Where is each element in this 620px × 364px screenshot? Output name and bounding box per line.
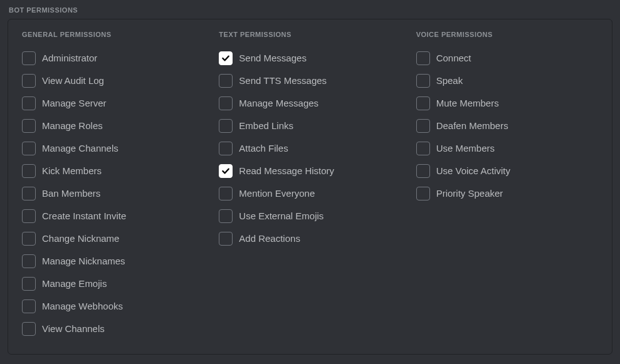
checkbox-create-instant-invite[interactable]: [22, 209, 36, 223]
permission-label-send-messages: Send Messages: [239, 53, 307, 64]
checkbox-kick-members[interactable]: [22, 164, 36, 178]
permission-row-change-nickname[interactable]: Change Nickname: [22, 227, 204, 250]
checkbox-view-channels[interactable]: [22, 322, 36, 336]
permission-row-use-members[interactable]: Use Members: [416, 137, 598, 160]
checkbox-manage-channels[interactable]: [22, 142, 36, 155]
permission-row-manage-emojis[interactable]: Manage Emojis: [22, 273, 204, 295]
permission-row-administrator[interactable]: Administrator: [22, 47, 204, 70]
permission-label-mention-everyone: Mention Everyone: [239, 188, 315, 199]
permission-label-manage-channels: Manage Channels: [42, 143, 118, 154]
checkbox-use-voice-activity[interactable]: [416, 164, 430, 178]
permission-row-manage-webhooks[interactable]: Manage Webhooks: [22, 295, 204, 318]
checkbox-change-nickname[interactable]: [22, 232, 36, 246]
permission-label-deafen-members: Deafen Members: [436, 120, 508, 132]
permission-row-manage-messages[interactable]: Manage Messages: [219, 92, 401, 115]
permission-row-view-audit-log[interactable]: View Audit Log: [22, 70, 204, 92]
checkbox-connect[interactable]: [416, 51, 430, 65]
checkbox-speak[interactable]: [416, 74, 430, 88]
permission-label-view-channels: View Channels: [42, 323, 105, 335]
permission-row-create-instant-invite[interactable]: Create Instant Invite: [22, 205, 204, 227]
checkbox-manage-server[interactable]: [22, 96, 36, 110]
permission-label-mute-members: Mute Members: [436, 98, 499, 109]
checkbox-use-members[interactable]: [416, 142, 430, 155]
permission-row-use-voice-activity[interactable]: Use Voice Activity: [416, 160, 598, 182]
column-header-voice: VOICE PERMISSIONS: [416, 31, 598, 38]
checkbox-add-reactions[interactable]: [219, 232, 233, 246]
permission-label-use-voice-activity: Use Voice Activity: [436, 165, 510, 177]
permission-row-speak[interactable]: Speak: [416, 70, 598, 92]
checkbox-use-external-emojis[interactable]: [219, 209, 233, 223]
permission-label-kick-members: Kick Members: [42, 165, 102, 177]
section-title: BOT PERMISSIONS: [0, 0, 620, 19]
permission-label-administrator: Administrator: [42, 53, 97, 64]
checkbox-ban-members[interactable]: [22, 187, 36, 200]
permission-label-read-message-history: Read Message History: [239, 165, 334, 177]
permission-row-manage-nicknames[interactable]: Manage Nicknames: [22, 250, 204, 273]
column-general: GENERAL PERMISSIONS AdministratorView Au…: [22, 31, 204, 340]
permission-row-deafen-members[interactable]: Deafen Members: [416, 115, 598, 137]
checkbox-mention-everyone[interactable]: [219, 187, 233, 200]
checkbox-attach-files[interactable]: [219, 142, 233, 155]
permission-row-manage-channels[interactable]: Manage Channels: [22, 137, 204, 160]
permission-label-create-instant-invite: Create Instant Invite: [42, 211, 126, 222]
permission-label-manage-webhooks: Manage Webhooks: [42, 301, 123, 312]
permission-label-connect: Connect: [436, 53, 471, 64]
checkbox-administrator[interactable]: [22, 51, 36, 65]
checkbox-view-audit-log[interactable]: [22, 74, 36, 88]
checkbox-manage-roles[interactable]: [22, 119, 36, 133]
checkbox-manage-emojis[interactable]: [22, 277, 36, 291]
permission-label-ban-members: Ban Members: [42, 188, 100, 199]
checkbox-mute-members[interactable]: [416, 96, 430, 110]
permission-label-use-members: Use Members: [436, 143, 495, 154]
checkbox-manage-webhooks[interactable]: [22, 299, 36, 313]
column-text: TEXT PERMISSIONS Send MessagesSend TTS M…: [219, 31, 401, 340]
permission-label-change-nickname: Change Nickname: [42, 233, 119, 244]
checkbox-deafen-members[interactable]: [416, 119, 430, 133]
permission-label-add-reactions: Add Reactions: [239, 233, 300, 244]
column-header-text: TEXT PERMISSIONS: [219, 31, 401, 38]
permission-row-mute-members[interactable]: Mute Members: [416, 92, 598, 115]
permission-row-send-messages[interactable]: Send Messages: [219, 47, 401, 70]
permission-row-attach-files[interactable]: Attach Files: [219, 137, 401, 160]
column-voice: VOICE PERMISSIONS ConnectSpeakMute Membe…: [416, 31, 598, 340]
permissions-panel: GENERAL PERMISSIONS AdministratorView Au…: [8, 19, 612, 355]
permission-row-read-message-history[interactable]: Read Message History: [219, 160, 401, 182]
permission-row-add-reactions[interactable]: Add Reactions: [219, 227, 401, 250]
permission-row-view-channels[interactable]: View Channels: [22, 318, 204, 340]
permission-label-send-tts-messages: Send TTS Messages: [239, 75, 327, 86]
permission-label-manage-nicknames: Manage Nicknames: [42, 256, 125, 267]
permission-row-ban-members[interactable]: Ban Members: [22, 182, 204, 205]
permission-label-attach-files: Attach Files: [239, 143, 288, 154]
permission-label-embed-links: Embed Links: [239, 120, 293, 132]
permission-row-mention-everyone[interactable]: Mention Everyone: [219, 182, 401, 205]
permission-row-manage-server[interactable]: Manage Server: [22, 92, 204, 115]
permission-label-priority-speaker: Priority Speaker: [436, 188, 503, 199]
checkbox-embed-links[interactable]: [219, 119, 233, 133]
permission-row-connect[interactable]: Connect: [416, 47, 598, 70]
checkbox-send-messages[interactable]: [219, 51, 233, 65]
checkbox-manage-messages[interactable]: [219, 96, 233, 110]
checkbox-priority-speaker[interactable]: [416, 187, 430, 200]
permissions-columns: GENERAL PERMISSIONS AdministratorView Au…: [22, 31, 598, 340]
checkbox-send-tts-messages[interactable]: [219, 74, 233, 88]
permission-row-kick-members[interactable]: Kick Members: [22, 160, 204, 182]
permission-row-embed-links[interactable]: Embed Links: [219, 115, 401, 137]
column-header-general: GENERAL PERMISSIONS: [22, 31, 204, 38]
permission-row-priority-speaker[interactable]: Priority Speaker: [416, 182, 598, 205]
permission-row-use-external-emojis[interactable]: Use External Emojis: [219, 205, 401, 227]
permission-label-manage-messages: Manage Messages: [239, 98, 318, 109]
checkbox-read-message-history[interactable]: [219, 164, 233, 178]
permission-row-manage-roles[interactable]: Manage Roles: [22, 115, 204, 137]
permission-row-send-tts-messages[interactable]: Send TTS Messages: [219, 70, 401, 92]
permission-label-manage-server: Manage Server: [42, 98, 107, 109]
permission-label-use-external-emojis: Use External Emojis: [239, 211, 323, 222]
permission-label-manage-roles: Manage Roles: [42, 120, 103, 132]
permission-label-manage-emojis: Manage Emojis: [42, 278, 107, 289]
permission-label-speak: Speak: [436, 75, 463, 86]
checkbox-manage-nicknames[interactable]: [22, 254, 36, 268]
permission-label-view-audit-log: View Audit Log: [42, 75, 104, 86]
